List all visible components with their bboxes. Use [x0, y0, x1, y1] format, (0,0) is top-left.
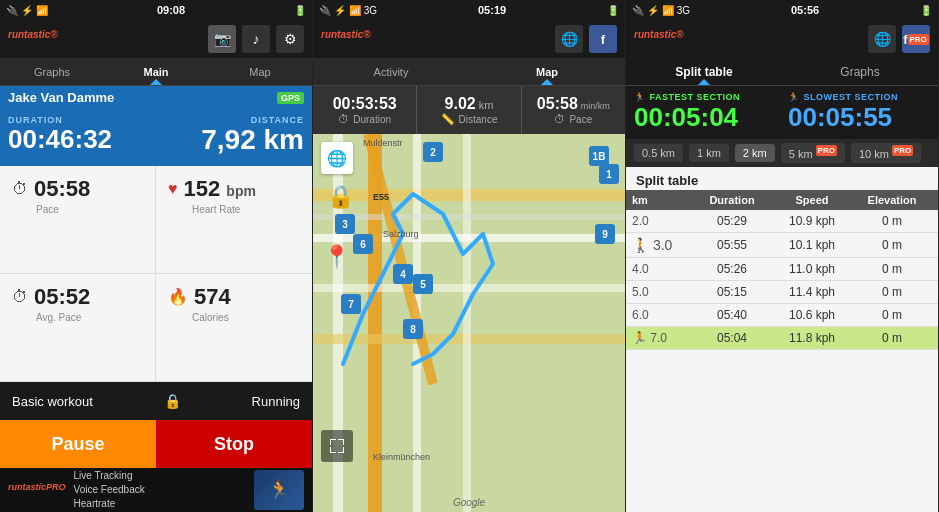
username: Jake Van Damme	[8, 90, 114, 105]
row0-speed: 10.9 kph	[772, 214, 852, 228]
panel-map: 🔌 ⚡ 📶 3G 05:19 🔋 runtastic® 🌐 f Activity…	[313, 0, 626, 512]
lock-control[interactable]: 🔒	[327, 184, 354, 210]
col-headers: km Duration Speed Elevation	[626, 190, 938, 210]
map-distance-label: Distance	[459, 114, 498, 125]
slowest-run-icon: 🏃	[788, 92, 800, 102]
row3-duration: 05:15	[692, 285, 772, 299]
pace-label: Pace	[12, 204, 143, 215]
action-buttons: Pause Stop	[0, 420, 312, 468]
map-marker-9: 9	[595, 224, 615, 244]
tab-graphs-1[interactable]: Graphs	[0, 58, 104, 85]
duration-metric: DURATION 00:46:32	[8, 115, 150, 156]
km-filter-10[interactable]: 10 km PRO	[851, 143, 921, 163]
svg-rect-16	[330, 447, 331, 453]
map-label-kleinmunchen: Kleinmünchen	[373, 452, 430, 462]
map-pace-unit: min/km	[581, 101, 610, 111]
signal-3: 📶 3G	[662, 5, 690, 16]
status-icons-3: 🔌 ⚡ 📶 3G	[632, 5, 690, 16]
row0-km: 2.0	[632, 214, 692, 228]
battery-icon-3: 🔋	[920, 5, 932, 16]
row1-elevation: 0 m	[852, 238, 932, 252]
workout-label: Basic workout	[12, 394, 93, 409]
map-pace-label: Pace	[569, 114, 592, 125]
slowest-label: 🏃 SLOWEST SECTION	[788, 92, 930, 102]
expand-icon	[329, 438, 345, 454]
map-duration-icon: ⏱	[338, 113, 349, 125]
tab-map-1[interactable]: Map	[208, 58, 312, 85]
status-bar-1: 🔌 ⚡ 📶 09:08 🔋	[0, 0, 312, 20]
panel-main: 🔌 ⚡ 📶 09:08 🔋 runtastic® 📷 ♪ ⚙ Graphs Ma…	[0, 0, 313, 512]
col-elevation: Elevation	[852, 194, 932, 206]
hr-label: Heart Rate	[168, 204, 300, 215]
map-marker-3: 3	[335, 214, 355, 234]
map-distance-unit: km	[479, 99, 494, 111]
map-marker-1: 1	[599, 164, 619, 184]
expand-control[interactable]	[321, 430, 353, 462]
km-filter-2[interactable]: 2 km	[735, 144, 775, 162]
facebook-icon[interactable]: f	[589, 25, 617, 53]
status-bar-3: 🔌 ⚡ 📶 3G 05:56 🔋	[626, 0, 938, 20]
globe-icon[interactable]: 🌐	[555, 25, 583, 53]
row5-speed: 11.8 kph	[772, 331, 852, 345]
avg-pace-icon: ⏱	[12, 288, 28, 306]
km-filter-0.5[interactable]: 0.5 km	[634, 144, 683, 162]
tab-activity[interactable]: Activity	[313, 58, 469, 85]
map-pace: 05:58 min/km ⏱ Pace	[522, 86, 625, 134]
tab-split-table[interactable]: Split table	[626, 58, 782, 85]
settings-icon[interactable]: ⚙	[276, 25, 304, 53]
km-filter-1[interactable]: 1 km	[689, 144, 729, 162]
music-icon[interactable]: ♪	[242, 25, 270, 53]
status-icons-2: 🔌 ⚡ 📶 3G	[319, 5, 377, 16]
promo-logo: runtasticPRO	[8, 482, 66, 499]
col-speed: Speed	[772, 194, 852, 206]
pro-badge-5km: PRO	[816, 145, 837, 156]
facebook-icon-3[interactable]: fPRO	[902, 25, 930, 53]
map-view[interactable]: 1B 1 2 3 4 5 6 7 8 9 🌐 🔒 📍	[313, 134, 625, 512]
user-bar: Jake Van Damme GPS	[0, 86, 312, 109]
slowest-block: 🏃 SLOWEST SECTION 00:05:55	[788, 92, 930, 133]
globe-control[interactable]: 🌐	[321, 142, 353, 174]
running-label: Running	[252, 394, 300, 409]
map-duration: 00:53:53 ⏱ Duration	[313, 86, 417, 134]
row5-km: 🏃 7.0	[632, 331, 692, 345]
tab-map[interactable]: Map	[469, 58, 625, 85]
bt-icon: ⚡	[21, 5, 33, 16]
distance-value: 7,92 km	[162, 125, 304, 156]
nav-tabs-3: Split table Graphs	[626, 58, 938, 86]
stop-button[interactable]: Stop	[156, 420, 312, 468]
split-row-0: 2.0 05:29 10.9 kph 0 m	[626, 210, 938, 233]
split-table: Split table km Duration Speed Elevation …	[626, 167, 938, 512]
row2-duration: 05:26	[692, 262, 772, 276]
promo-text: Live Tracking Voice Feedback Heartrate	[74, 469, 145, 511]
cal-value: 574	[194, 284, 231, 310]
km-filter-5[interactable]: 5 km PRO	[781, 143, 845, 163]
map-marker-5: 5	[413, 274, 433, 294]
globe-icon-3[interactable]: 🌐	[868, 25, 896, 53]
fastest-slowest-bar: 🏃 FASTEST SECTION 00:05:04 🏃 SLOWEST SEC…	[626, 86, 938, 139]
svg-rect-18	[343, 447, 344, 453]
pro-badge-10km: PRO	[892, 145, 913, 156]
hr-value: 152 bpm	[184, 176, 256, 202]
fastest-block: 🏃 FASTEST SECTION 00:05:04	[634, 92, 776, 133]
map-pace-icon: ⏱	[554, 113, 565, 125]
logo-2: runtastic®	[321, 29, 549, 50]
row5-elevation: 0 m	[852, 331, 932, 345]
bt-icon-3: ⚡	[647, 5, 659, 16]
camera-icon[interactable]: 📷	[208, 25, 236, 53]
avg-pace-stat: ⏱ 05:52 Avg. Pace	[0, 274, 156, 382]
calories-stat: 🔥 574 Calories	[156, 274, 312, 382]
map-marker-2: 2	[423, 142, 443, 162]
pace-value: 05:58	[34, 176, 90, 202]
nav-tabs-2: Activity Map	[313, 58, 625, 86]
row0-duration: 05:29	[692, 214, 772, 228]
map-marker-6: 6	[353, 234, 373, 254]
tab-main-1[interactable]: Main	[104, 58, 208, 85]
tab-graphs-3[interactable]: Graphs	[782, 58, 938, 85]
row4-speed: 10.6 kph	[772, 308, 852, 322]
logo-1: runtastic®	[8, 29, 202, 50]
avg-pace-value: 05:52	[34, 284, 90, 310]
map-distance-value: 9.02	[445, 95, 476, 113]
logo-3: runtastic®	[634, 29, 862, 50]
pause-button[interactable]: Pause	[0, 420, 156, 468]
map-label-e55: E55	[373, 192, 389, 202]
